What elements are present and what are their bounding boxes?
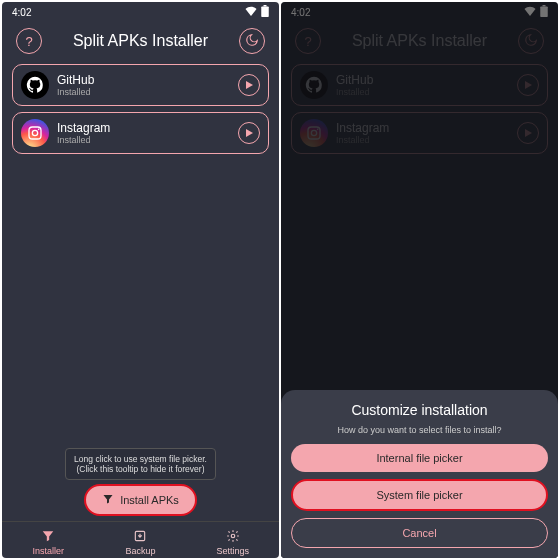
cancel-button[interactable]: Cancel xyxy=(291,518,548,548)
nav-label: Installer xyxy=(32,546,64,556)
phone-left: 4:02 ? Split APKs Installer GitHub xyxy=(2,2,279,558)
svg-point-3 xyxy=(32,130,37,135)
internal-picker-button[interactable]: Internal file picker xyxy=(291,444,548,472)
status-bar: 4:02 xyxy=(2,2,279,22)
svg-point-4 xyxy=(38,129,40,131)
instagram-icon xyxy=(21,119,49,147)
battery-icon xyxy=(261,5,269,19)
app-list: GitHub Installed Instagram Installed xyxy=(2,60,279,158)
filter-icon xyxy=(40,528,56,544)
app-row-github[interactable]: GitHub Installed xyxy=(12,64,269,106)
install-apks-button[interactable]: Install APKs xyxy=(84,484,197,516)
nav-installer[interactable]: Installer xyxy=(18,528,78,556)
tooltip-line: Long click to use system file picker. xyxy=(74,454,207,464)
system-picker-button[interactable]: System file picker xyxy=(291,479,548,511)
nav-backup[interactable]: Backup xyxy=(110,528,170,556)
app-status: Installed xyxy=(57,87,230,97)
app-header: ? Split APKs Installer xyxy=(2,22,279,60)
customize-install-sheet: Customize installation How do you want t… xyxy=(281,390,558,558)
app-text: Instagram Installed xyxy=(57,121,230,145)
file-picker-tooltip[interactable]: Long click to use system file picker. (C… xyxy=(65,448,216,480)
sheet-subtitle: How do you want to select files to insta… xyxy=(337,425,501,435)
app-title: Split APKs Installer xyxy=(73,32,208,50)
svg-rect-0 xyxy=(261,7,269,18)
run-button[interactable] xyxy=(238,122,260,144)
filter-icon xyxy=(102,493,114,507)
status-time: 4:02 xyxy=(12,7,31,18)
status-icons xyxy=(245,5,269,19)
nav-settings[interactable]: Settings xyxy=(203,528,263,556)
wifi-icon xyxy=(245,6,257,18)
gear-icon xyxy=(225,528,241,544)
app-name: Instagram xyxy=(57,121,230,135)
nav-label: Backup xyxy=(125,546,155,556)
app-row-instagram[interactable]: Instagram Installed xyxy=(12,112,269,154)
app-status: Installed xyxy=(57,135,230,145)
github-icon xyxy=(21,71,49,99)
svg-point-6 xyxy=(231,534,235,538)
help-button[interactable]: ? xyxy=(16,28,42,54)
fab-label: Install APKs xyxy=(120,494,179,506)
fab-area: Long click to use system file picker. (C… xyxy=(2,448,279,516)
nav-label: Settings xyxy=(217,546,250,556)
phone-right: 4:02 ? Split APKs Installer GitHub xyxy=(281,2,558,558)
app-text: GitHub Installed xyxy=(57,73,230,97)
bottom-nav: Installer Backup Settings xyxy=(2,521,279,558)
run-button[interactable] xyxy=(238,74,260,96)
help-icon: ? xyxy=(25,34,32,49)
moon-icon xyxy=(245,33,259,50)
tooltip-line: (Click this tooltip to hide it forever) xyxy=(74,464,207,474)
backup-icon xyxy=(132,528,148,544)
app-name: GitHub xyxy=(57,73,230,87)
sheet-title: Customize installation xyxy=(351,402,487,418)
svg-rect-1 xyxy=(264,5,267,7)
theme-button[interactable] xyxy=(239,28,265,54)
